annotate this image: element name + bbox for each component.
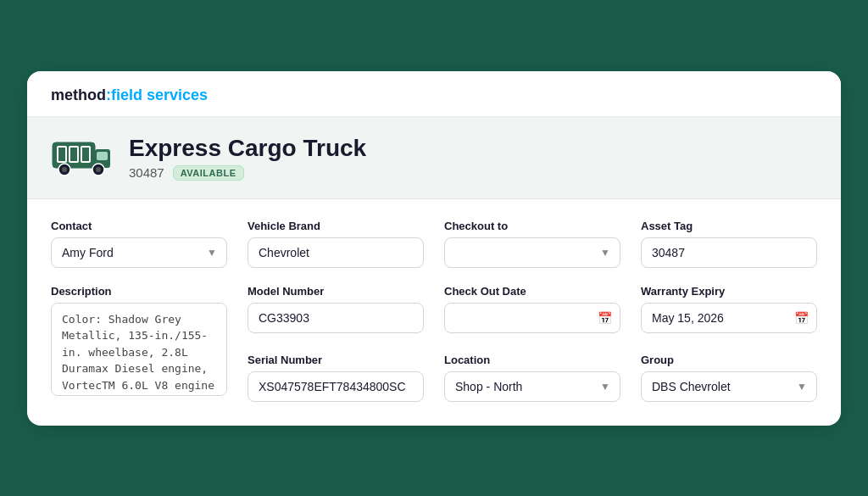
contact-group: Contact Amy Ford ▼ [51, 220, 227, 268]
checkout-to-select-wrapper: ▼ [444, 237, 620, 268]
asset-meta: 30487 AVAILABLE [129, 165, 366, 181]
contact-select-wrapper: Amy Ford ▼ [51, 237, 227, 268]
vehicle-brand-input[interactable] [248, 237, 424, 268]
header-bar: method:field services [27, 71, 841, 117]
description-label: Description [51, 285, 227, 298]
truck-icon [51, 134, 112, 181]
warranty-expiry-input[interactable] [641, 303, 817, 333]
status-badge: AVAILABLE [173, 165, 244, 181]
check-out-date-label: Check Out Date [444, 285, 620, 298]
location-label: Location [444, 354, 620, 366]
svg-rect-5 [97, 152, 108, 160]
logo: method:field services [51, 86, 817, 104]
form-section: Contact Amy Ford ▼ Vehicle Brand Checkou… [27, 199, 841, 426]
asset-tag-group: Asset Tag [641, 220, 817, 268]
check-out-date-input[interactable] [444, 303, 620, 333]
model-number-label: Model Number [248, 285, 424, 298]
description-textarea[interactable]: Color: Shadow Grey Metallic, 135-in./155… [51, 303, 227, 396]
serial-number-input[interactable] [248, 371, 424, 402]
group-select[interactable]: DBS Chevrolet [641, 371, 817, 402]
svg-point-7 [62, 167, 67, 172]
serial-number-label: Serial Number [248, 354, 424, 366]
asset-id: 30487 [129, 165, 164, 180]
warranty-expiry-label: Warranty Expiry [641, 285, 817, 298]
check-out-date-wrapper: 📅 [444, 303, 620, 333]
warranty-expiry-group: Warranty Expiry 📅 [641, 285, 817, 333]
group-select-wrapper: DBS Chevrolet ▼ [641, 371, 817, 402]
form-row-2-grid: Description Color: Shadow Grey Metallic,… [51, 285, 817, 402]
vehicle-brand-group: Vehicle Brand [248, 220, 424, 268]
checkout-to-label: Checkout to [444, 220, 620, 232]
model-number-input[interactable] [248, 303, 424, 333]
description-group: Description Color: Shadow Grey Metallic,… [51, 285, 227, 402]
logo-field: field services [111, 86, 208, 104]
svg-point-9 [96, 167, 101, 172]
asset-info: Express Cargo Truck 30487 AVAILABLE [129, 135, 366, 181]
asset-tag-label: Asset Tag [641, 220, 817, 232]
location-select[interactable]: Shop - North [444, 371, 620, 402]
group-label: Group [641, 354, 817, 366]
location-select-wrapper: Shop - North ▼ [444, 371, 620, 402]
asset-tag-input[interactable] [641, 237, 817, 268]
warranty-expiry-wrapper: 📅 [641, 303, 817, 333]
asset-title: Express Cargo Truck [129, 135, 366, 162]
location-group: Location Shop - North ▼ [444, 354, 620, 402]
serial-number-group: Serial Number [248, 354, 424, 402]
contact-label: Contact [51, 220, 227, 232]
contact-select[interactable]: Amy Ford [51, 237, 227, 268]
logo-method: method [51, 86, 106, 104]
main-card: method:field services [27, 71, 841, 426]
model-number-group: Model Number [248, 285, 424, 333]
check-out-date-group: Check Out Date 📅 [444, 285, 620, 333]
checkout-to-select[interactable] [444, 237, 620, 268]
group-group: Group DBS Chevrolet ▼ [641, 354, 817, 402]
form-row-1: Contact Amy Ford ▼ Vehicle Brand Checkou… [51, 220, 817, 268]
vehicle-brand-label: Vehicle Brand [248, 220, 424, 232]
asset-header: Express Cargo Truck 30487 AVAILABLE [27, 117, 841, 199]
checkout-to-group: Checkout to ▼ [444, 220, 620, 268]
